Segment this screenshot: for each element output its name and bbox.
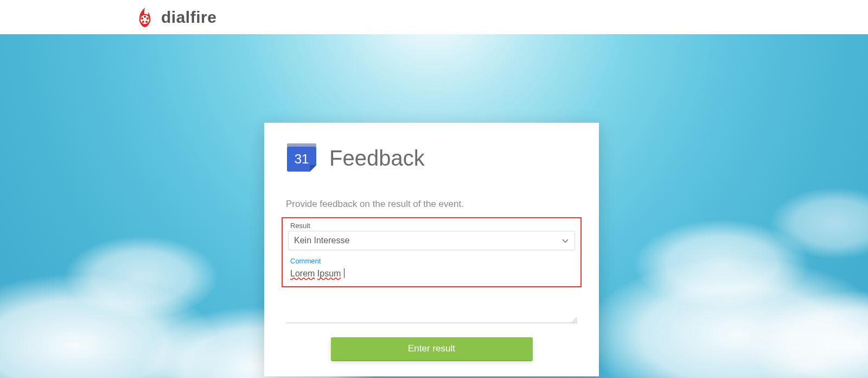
comment-input[interactable]: Lorem Ipsum (288, 265, 575, 281)
resize-handle-icon[interactable] (571, 316, 577, 323)
card-header: 31 Feedback (286, 141, 577, 175)
comment-label: Comment (288, 257, 575, 265)
svg-text:31: 31 (295, 152, 309, 166)
comment-textarea[interactable] (286, 293, 577, 323)
result-field: Result Kein Interesse (288, 222, 575, 250)
feedback-card: 31 Feedback Provide feedback on the resu… (264, 123, 599, 376)
svg-point-4 (145, 21, 148, 23)
cloud-decoration (65, 237, 217, 318)
background: 31 Feedback Provide feedback on the resu… (0, 34, 868, 378)
svg-point-6 (141, 17, 143, 20)
card-description: Provide feedback on the result of the ev… (286, 199, 577, 210)
result-select[interactable]: Kein Interesse (288, 231, 575, 250)
comment-field: Comment Lorem Ipsum (288, 257, 575, 281)
svg-point-5 (142, 21, 144, 23)
comment-word: Lorem (290, 269, 315, 278)
result-label: Result (288, 222, 575, 230)
calendar-icon: 31 (286, 141, 317, 175)
svg-point-3 (146, 17, 149, 20)
brand-name: dialfire (161, 8, 216, 27)
svg-line-14 (576, 322, 577, 323)
enter-result-button[interactable]: Enter result (331, 337, 533, 360)
svg-point-2 (144, 15, 146, 17)
comment-word: Ipsum (317, 269, 341, 278)
highlighted-form-area: Result Kein Interesse Comment Lorem (282, 217, 582, 287)
brand[interactable]: dialfire (134, 7, 216, 28)
chevron-down-icon (562, 236, 569, 245)
result-select-value: Kein Interesse (294, 236, 349, 245)
text-caret (344, 268, 344, 278)
top-bar: dialfire (0, 0, 868, 34)
dialfire-logo-icon (134, 7, 156, 28)
card-title: Feedback (329, 146, 425, 171)
